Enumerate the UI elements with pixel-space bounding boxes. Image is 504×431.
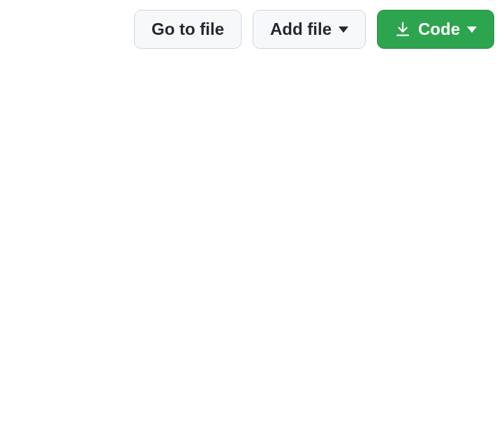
chevron-down-icon	[467, 27, 477, 33]
repo-toolbar: Go to file Add file Code	[0, 0, 504, 49]
go-to-file-button[interactable]: Go to file	[134, 10, 242, 49]
add-file-label: Add file	[270, 20, 332, 39]
download-icon	[394, 21, 411, 38]
code-button[interactable]: Code	[377, 10, 494, 49]
go-to-file-label: Go to file	[151, 20, 224, 39]
code-label: Code	[418, 20, 460, 39]
chevron-down-icon	[339, 27, 348, 33]
add-file-button[interactable]: Add file	[253, 10, 366, 49]
